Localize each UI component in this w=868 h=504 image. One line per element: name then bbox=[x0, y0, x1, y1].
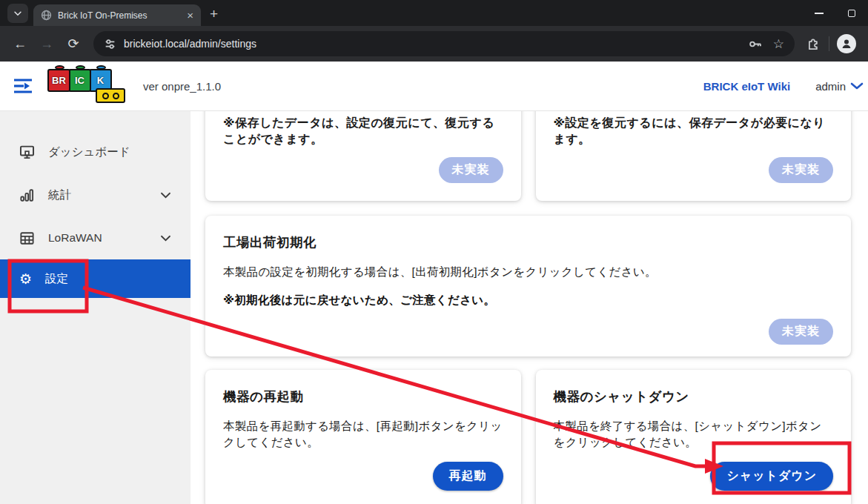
sidebar-item-label: ダッシュボード bbox=[48, 145, 130, 160]
browser-toolbar: ← → ⟳ brickeiot.local/admin/settings ☆ bbox=[0, 26, 868, 62]
close-tab-icon[interactable]: × bbox=[187, 10, 193, 21]
sidebar-item-label: LoRaWAN bbox=[48, 231, 102, 245]
brick-logo[interactable]: BR IC K bbox=[47, 69, 125, 103]
reboot-card: 機器の再起動 本製品を再起動する場合は、[再起動]ボタンをクリックしてください。… bbox=[205, 370, 521, 504]
menu-open-icon[interactable] bbox=[12, 76, 34, 96]
minimize-icon bbox=[815, 13, 824, 14]
card-body: 本製品を終了する場合は、[シャットダウン]ボタンをクリックしてください。 bbox=[554, 418, 834, 450]
forward-button: → bbox=[36, 33, 58, 55]
bookmark-star-icon[interactable]: ☆ bbox=[773, 38, 784, 50]
not-implemented-badge: 未実装 bbox=[439, 157, 503, 183]
card-title: 機器の再起動 bbox=[223, 388, 503, 405]
logo-letters-green: IC bbox=[75, 75, 85, 86]
chevron-down-icon bbox=[160, 191, 171, 199]
gear-icon: ⚙ bbox=[19, 272, 32, 286]
not-implemented-badge: 未実装 bbox=[769, 319, 833, 345]
extensions-puzzle-icon[interactable] bbox=[806, 36, 821, 51]
divider bbox=[829, 36, 829, 51]
url-text[interactable]: brickeiot.local/admin/settings bbox=[124, 38, 741, 50]
settings-page: ※保存したデータは、設定の復元にて、復元することができます。 未実装 ※設定を復… bbox=[191, 111, 868, 504]
shutdown-card: 機器のシャットダウン 本製品を終了する場合は、[シャットダウン]ボタンをクリック… bbox=[536, 370, 852, 504]
toolbar-right bbox=[799, 34, 859, 53]
warning-text: ※初期化後は元に戻せないため、ご注意ください。 bbox=[223, 293, 833, 308]
sidebar-item-lorawan[interactable]: LoRaWAN bbox=[0, 216, 191, 259]
app-header: BR IC K ver onpre_1.1.0 BRICK eIoT Wiki … bbox=[0, 62, 868, 111]
backup-note: ※保存したデータは、設定の復元にて、復元することができます。 bbox=[223, 115, 503, 147]
dashboard-icon bbox=[19, 145, 35, 160]
password-key-icon[interactable] bbox=[749, 37, 763, 51]
card-body: 本製品を再起動する場合は、[再起動]ボタンをクリックしてください。 bbox=[223, 418, 503, 450]
profile-avatar[interactable] bbox=[837, 34, 856, 53]
maximize-button[interactable] bbox=[835, 0, 868, 26]
chevron-down-icon bbox=[160, 234, 171, 242]
browser-tab[interactable]: Brick IoT On-Premises × bbox=[33, 4, 201, 26]
bar-chart-icon bbox=[19, 188, 35, 203]
new-tab-button[interactable]: + bbox=[210, 7, 218, 21]
grid-icon bbox=[19, 231, 35, 246]
tab-title: Brick IoT On-Premises bbox=[58, 10, 181, 21]
globe-favicon-icon bbox=[41, 10, 52, 21]
sidebar-item-dashboard[interactable]: ダッシュボード bbox=[0, 130, 191, 173]
address-bar[interactable]: brickeiot.local/admin/settings ☆ bbox=[93, 31, 795, 56]
tab-strip: Brick IoT On-Premises × + bbox=[0, 0, 868, 26]
restore-note: ※設定を復元するには、保存データが必要になります。 bbox=[554, 115, 834, 147]
version-label: ver onpre_1.1.0 bbox=[143, 80, 221, 93]
chevron-down-icon bbox=[13, 8, 23, 19]
reboot-button[interactable]: 再起動 bbox=[433, 462, 503, 491]
backup-card: ※保存したデータは、設定の復元にて、復元することができます。 未実装 bbox=[205, 111, 521, 201]
card-title: 機器のシャットダウン bbox=[554, 388, 834, 405]
person-icon bbox=[841, 38, 852, 50]
shutdown-button[interactable]: シャットダウン bbox=[710, 462, 833, 491]
logo-letters-blue: K bbox=[97, 75, 104, 86]
not-implemented-badge: 未実装 bbox=[769, 157, 833, 183]
sidebar-item-label: 統計 bbox=[48, 188, 71, 203]
tab-search-button[interactable] bbox=[7, 4, 28, 23]
card-title: 工場出荷初期化 bbox=[223, 233, 833, 251]
sidebar-item-label: 設定 bbox=[45, 271, 68, 287]
logo-letters-red: BR bbox=[52, 75, 66, 86]
admin-label: admin bbox=[815, 80, 846, 93]
minimize-button[interactable] bbox=[803, 0, 835, 26]
window-controls bbox=[803, 0, 868, 26]
admin-menu[interactable]: admin bbox=[815, 80, 864, 93]
browser-window: Brick IoT On-Premises × + ← → ⟳ brickeio… bbox=[0, 0, 868, 504]
card-body: 本製品の設定を初期化する場合は、[出荷初期化]ボタンをクリックしてください。 bbox=[223, 264, 833, 280]
chevron-down-icon bbox=[850, 81, 864, 91]
factory-reset-card: 工場出荷初期化 本製品の設定を初期化する場合は、[出荷初期化]ボタンをクリックし… bbox=[205, 216, 851, 357]
wiki-link[interactable]: BRICK eIoT Wiki bbox=[703, 80, 790, 93]
sidebar-item-statistics[interactable]: 統計 bbox=[0, 173, 191, 216]
site-settings-tune-icon[interactable] bbox=[104, 38, 116, 50]
logo-yellow-brick bbox=[96, 88, 125, 103]
reload-button[interactable]: ⟳ bbox=[62, 33, 85, 55]
restore-card: ※設定を復元するには、保存データが必要になります。 未実装 bbox=[536, 111, 852, 201]
sidebar-item-settings[interactable]: ⚙ 設定 bbox=[0, 259, 191, 298]
sidebar: ダッシュボード 統計 LoRaWAN ⚙ bbox=[0, 111, 191, 504]
maximize-icon bbox=[848, 10, 855, 17]
back-button[interactable]: ← bbox=[9, 33, 31, 55]
